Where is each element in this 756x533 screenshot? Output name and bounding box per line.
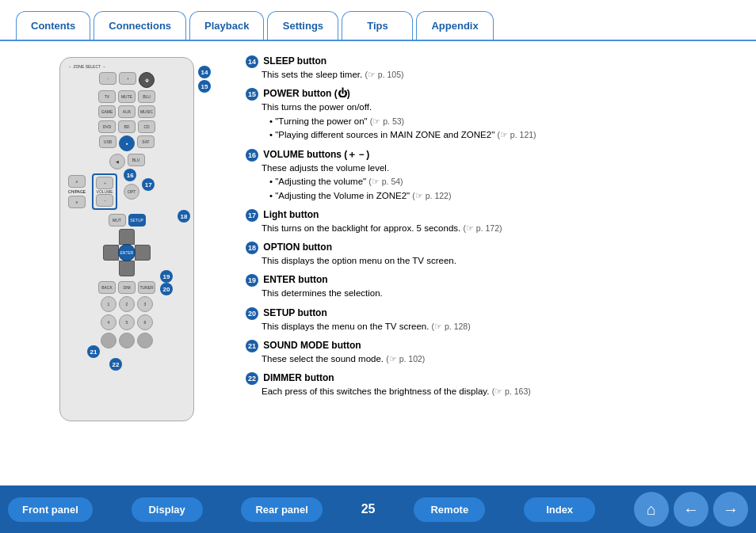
btn-usb[interactable]: USB: [99, 135, 116, 148]
info-item: 22 DIMMER button Each press of this swit…: [246, 372, 732, 398]
btn-ch-up[interactable]: ∧: [68, 175, 86, 188]
nav-left-btn[interactable]: [103, 245, 119, 261]
nav-tab-settings[interactable]: Settings: [267, 11, 338, 40]
btn-game[interactable]: GAME: [98, 105, 116, 118]
forward-icon-button[interactable]: →: [713, 492, 748, 527]
btn-num1[interactable]: 1: [101, 296, 116, 312]
info-item: 16 VOLUME buttons (＋－) These adjusts the…: [246, 148, 732, 203]
btn-num2[interactable]: 2: [119, 296, 135, 312]
nav-tab-tips[interactable]: Tips: [342, 11, 413, 40]
remote-button[interactable]: Remote: [414, 497, 485, 522]
btn-back2[interactable]: BACK: [98, 281, 116, 294]
info-item: 19 ENTER button This determines the sele…: [246, 274, 732, 300]
nav-cross-area: ENTER 19 20: [65, 229, 189, 276]
btn-num4[interactable]: 4: [101, 314, 116, 330]
btn-blue2[interactable]: BLU: [128, 154, 145, 166]
btn-sat[interactable]: SAT: [137, 135, 155, 148]
info-body: These select the sound mode. (☞ p. 102): [262, 352, 732, 366]
info-body: This displays the menu on the TV screen.…: [262, 320, 732, 333]
btn-tv[interactable]: TV: [98, 90, 116, 103]
info-body: This determines the selection.: [262, 287, 732, 300]
bullet-item: • "Playing different sources in MAIN ZON…: [269, 128, 732, 142]
info-body: This turns on the backlight for approx. …: [262, 222, 732, 235]
btn-center-blue[interactable]: ●: [119, 135, 135, 151]
num-circle: 15: [246, 88, 258, 101]
bottom-navigation: Front panel Display Rear panel 25 Remote…: [0, 485, 756, 533]
badge-18: 18: [178, 210, 190, 223]
ch-vol-section: ∧ CH/PAGE ∨ 16 ＋ VOLUME －: [68, 172, 185, 211]
info-header: 22 DIMMER button: [246, 372, 732, 385]
vol-row-down: －: [96, 194, 113, 207]
remote-row-2: TV MUTE BLU: [65, 90, 189, 103]
btn-minus[interactable]: －: [99, 72, 116, 85]
info-item: 20 SETUP button This displays the menu o…: [246, 307, 732, 333]
info-header: 15 POWER button (⏻): [246, 88, 732, 101]
bullet-item: • "Adjusting the volume" (☞ p. 54): [269, 175, 732, 188]
nav-down-btn[interactable]: [119, 261, 135, 276]
badge-16: 16: [124, 169, 136, 181]
info-body: These adjusts the volume level. • "Adjus…: [262, 162, 732, 203]
index-button[interactable]: Index: [524, 497, 595, 522]
btn-tuner[interactable]: TUNER: [138, 281, 155, 294]
btn-plus[interactable]: ＋: [119, 72, 136, 85]
nav-tab-connections[interactable]: Connections: [94, 11, 186, 40]
info-item: 14 SLEEP button This sets the sleep time…: [246, 55, 732, 82]
info-body: Each press of this switches the brightne…: [262, 385, 732, 398]
btn-power[interactable]: ⏻: [139, 72, 155, 88]
vol-row: ＋: [96, 177, 113, 189]
info-body: This turns the power on/off. • "Turning …: [262, 101, 732, 142]
badge-15: 15: [198, 80, 211, 93]
btn-num5[interactable]: 5: [119, 314, 135, 330]
btn-num3[interactable]: 3: [137, 296, 153, 312]
btn-mute[interactable]: MUTE: [118, 90, 136, 103]
btn-cd[interactable]: CD: [138, 120, 155, 133]
nav-center-btn[interactable]: ENTER: [118, 244, 136, 261]
bullet-item: • "Adjusting the Volume in ZONE2" (☞ p. …: [269, 189, 732, 203]
info-header: 14 SLEEP button: [246, 55, 732, 68]
nav-right-btn[interactable]: [135, 245, 151, 261]
num-circle: 19: [246, 274, 258, 287]
btn-option[interactable]: 17 OPT: [124, 184, 139, 200]
info-body: This sets the sleep timer. (☞ p. 105): [262, 68, 732, 82]
back-icon-button[interactable]: ←: [674, 492, 708, 527]
front-panel-button[interactable]: Front panel: [8, 497, 93, 522]
btn-ch-down[interactable]: ∨: [68, 196, 86, 208]
btn-num6[interactable]: 6: [137, 314, 153, 330]
info-item: 15 POWER button (⏻) This turns the power…: [246, 88, 732, 142]
btn-sp3[interactable]: [137, 333, 153, 348]
remote-row-mut: MUT 18 SETUP: [65, 214, 189, 227]
btn-sp2[interactable]: [119, 333, 135, 348]
page-number: 25: [361, 502, 376, 516]
btn-dim[interactable]: DIM: [118, 281, 136, 294]
btn-vol-down[interactable]: －: [96, 194, 113, 207]
btn-aux[interactable]: AUX: [118, 105, 136, 118]
num-circle: 17: [246, 209, 258, 222]
nav-tab-contents[interactable]: Contents: [16, 11, 90, 40]
btn-sp1[interactable]: [101, 333, 116, 348]
btn-setup[interactable]: SETUP: [128, 214, 146, 227]
remote-row-3: GAME AUX MUSIC: [65, 105, 189, 118]
top-navigation: ContentsConnectionsPlaybackSettingsTipsA…: [0, 0, 756, 41]
remote-row-special: 21 22: [65, 333, 189, 348]
btn-blu[interactable]: BLU: [138, 90, 155, 103]
display-button[interactable]: Display: [132, 497, 203, 522]
num-circle: 20: [246, 307, 258, 320]
num-circle: 21: [246, 340, 258, 352]
remote-illustration-area: 14 15 ← ZONE SELECT → － ＋ ⏻ TV MUTE BLU …: [16, 49, 238, 478]
home-icon-button[interactable]: ⌂: [634, 492, 669, 527]
btn-bd[interactable]: BD: [118, 120, 136, 133]
rear-panel-button[interactable]: Rear panel: [241, 497, 322, 522]
btn-mut[interactable]: MUT: [109, 214, 126, 227]
nav-up-btn[interactable]: [119, 229, 135, 245]
btn-vol-up[interactable]: ＋: [96, 177, 113, 189]
nav-cross: ENTER 19 20: [103, 229, 151, 276]
btn-dvd[interactable]: DVD: [98, 120, 116, 133]
btn-music[interactable]: MUSIC: [138, 105, 155, 118]
info-item: 17 Light button This turns on the backli…: [246, 209, 732, 235]
remote-row-4: DVD BD CD: [65, 120, 189, 133]
nav-tab-appendix[interactable]: Appendix: [416, 11, 493, 40]
nav-tab-playback[interactable]: Playback: [189, 11, 264, 40]
btn-back[interactable]: ◀: [109, 154, 125, 169]
num-circle: 22: [246, 372, 258, 385]
info-body: This displays the option menu on the TV …: [262, 254, 732, 268]
